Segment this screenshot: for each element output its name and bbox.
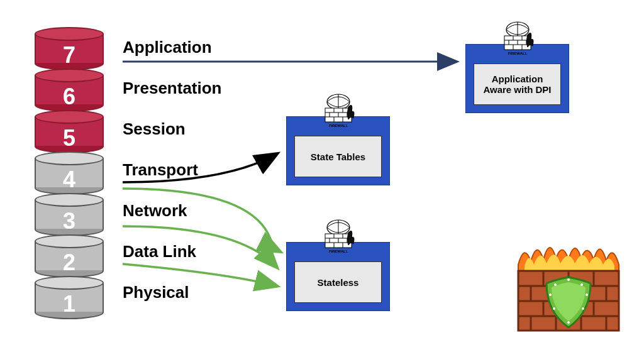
brick-firewall-icon (515, 239, 622, 334)
layer-number: 2 (35, 250, 104, 276)
svg-point-62 (553, 307, 555, 310)
firewall-box-label: State Tables (294, 136, 382, 177)
firewall-icon: FIREWALL (319, 93, 358, 128)
osi-layer-7: 7 (35, 33, 104, 70)
osi-layer-3: 3 (35, 199, 104, 236)
firewall-box-label: Stateless (294, 261, 382, 303)
svg-point-64 (567, 321, 570, 324)
svg-point-58 (554, 283, 557, 286)
label-physical: Physical (123, 283, 189, 302)
osi-layer-2: 2 (35, 241, 104, 277)
osi-layer-6: 6 (35, 75, 104, 111)
firewall-box-state-tables: FIREWALL State Tables (286, 116, 390, 185)
layer-number: 4 (35, 167, 104, 193)
label-network: Network (123, 201, 187, 221)
osi-stack: 7 6 5 4 3 2 1 (35, 28, 104, 319)
layer-number: 7 (35, 42, 104, 69)
layer-number: 3 (35, 208, 104, 234)
svg-point-61 (586, 293, 588, 296)
layer-number: 6 (35, 84, 104, 110)
osi-layer-5: 5 (35, 116, 104, 153)
firewall-icon: FIREWALL (319, 219, 358, 254)
osi-layer-4: 4 (35, 158, 104, 194)
layer-number: 1 (35, 291, 104, 317)
label-application: Application (123, 38, 212, 57)
svg-point-59 (580, 283, 583, 286)
svg-point-63 (582, 307, 584, 310)
label-transport: Transport (123, 160, 198, 180)
osi-layer-1: 1 (35, 282, 104, 319)
label-presentation: Presentation (123, 79, 222, 98)
firewall-box-label: Application Aware with DPI (474, 63, 561, 105)
firewall-box-app-aware: FIREWALL Application Aware with DPI (465, 44, 569, 113)
label-session: Session (123, 119, 186, 139)
svg-text:FIREWALL: FIREWALL (328, 124, 348, 128)
firewall-icon: FIREWALL (498, 21, 537, 56)
svg-point-60 (549, 293, 552, 296)
svg-text:FIREWALL: FIREWALL (328, 250, 348, 253)
firewall-box-stateless: FIREWALL Stateless (286, 242, 390, 311)
label-datalink: Data Link (123, 242, 196, 261)
svg-point-57 (567, 278, 570, 281)
svg-text:FIREWALL: FIREWALL (508, 52, 527, 55)
layer-number: 5 (35, 125, 104, 151)
